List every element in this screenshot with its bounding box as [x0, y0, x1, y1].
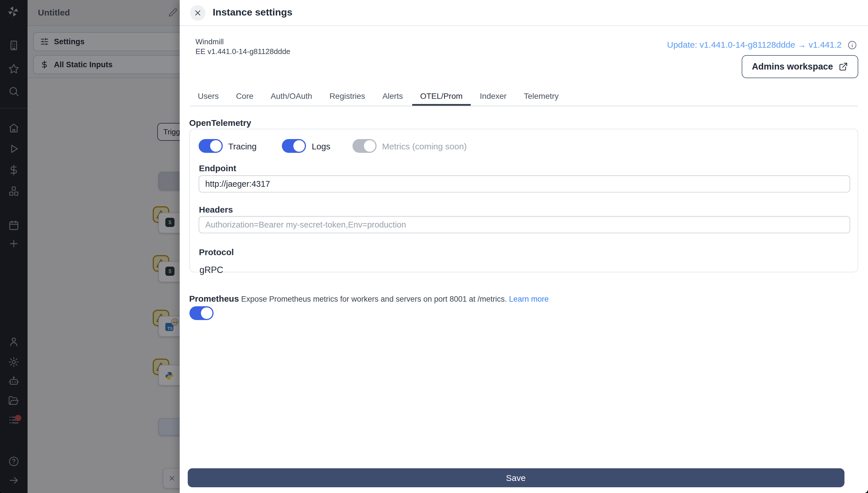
protocol-label: Protocol	[199, 247, 234, 257]
admins-workspace-button[interactable]: Admins workspace	[741, 55, 858, 78]
opentelemetry-card: Tracing Logs Metrics (coming soon) Endpo…	[189, 129, 858, 272]
tab-auth-oauth[interactable]: Auth/OAuth	[262, 86, 320, 106]
learn-more-link[interactable]: Learn more	[509, 295, 549, 303]
close-button[interactable]	[190, 5, 205, 21]
admins-workspace-label: Admins workspace	[752, 62, 833, 72]
tab-indexer[interactable]: Indexer	[472, 86, 515, 106]
metrics-label: Metrics (coming soon)	[382, 141, 467, 151]
tab-otel-prom[interactable]: OTEL/Prom	[412, 86, 471, 106]
header-divider	[179, 25, 868, 26]
instance-settings-drawer: Instance settings Windmill EE v1.441.0-1…	[179, 0, 868, 493]
close-icon	[194, 9, 201, 17]
tab-alerts[interactable]: Alerts	[374, 86, 411, 106]
drawer-title: Instance settings	[213, 7, 293, 18]
protocol-value: gRPC	[200, 265, 223, 275]
save-button[interactable]: Save	[187, 468, 844, 487]
prometheus-heading: Prometheus	[189, 294, 239, 303]
endpoint-label: Endpoint	[199, 163, 236, 173]
app-version: EE v1.441.0-14-g81128ddde	[196, 46, 291, 56]
tab-registries[interactable]: Registries	[321, 86, 373, 106]
settings-tabs: Users Core Auth/OAuth Registries Alerts …	[190, 86, 858, 106]
metrics-toggle	[352, 139, 376, 153]
headers-label: Headers	[199, 205, 233, 214]
app-window: Untitled Settings All Static Inputs Trig…	[0, 0, 868, 493]
external-link-icon	[839, 62, 848, 71]
opentelemetry-heading: OpenTelemetry	[189, 118, 251, 128]
prometheus-section: Prometheus Expose Prometheus metrics for…	[189, 294, 549, 303]
endpoint-input[interactable]	[198, 175, 850, 192]
tab-users[interactable]: Users	[190, 86, 227, 106]
app-name: Windmill	[196, 37, 224, 46]
update-link[interactable]: Update: v1.441.0-14-g81128ddde → v1.441.…	[667, 40, 842, 49]
save-label: Save	[506, 473, 526, 483]
info-icon[interactable]	[847, 40, 857, 50]
prometheus-toggle[interactable]	[189, 306, 213, 320]
tracing-label: Tracing	[228, 141, 257, 151]
headers-input[interactable]	[198, 216, 850, 233]
otel-toggles-row: Tracing Logs Metrics (coming soon)	[198, 139, 467, 153]
logs-label: Logs	[312, 141, 330, 151]
prometheus-description: Expose Prometheus metrics for workers an…	[241, 295, 507, 303]
tab-core[interactable]: Core	[228, 86, 261, 106]
tracing-toggle[interactable]	[198, 139, 223, 153]
tab-telemetry[interactable]: Telemetry	[516, 86, 567, 106]
logs-toggle[interactable]	[282, 139, 306, 153]
modal-backdrop-overlay[interactable]	[0, 0, 179, 493]
